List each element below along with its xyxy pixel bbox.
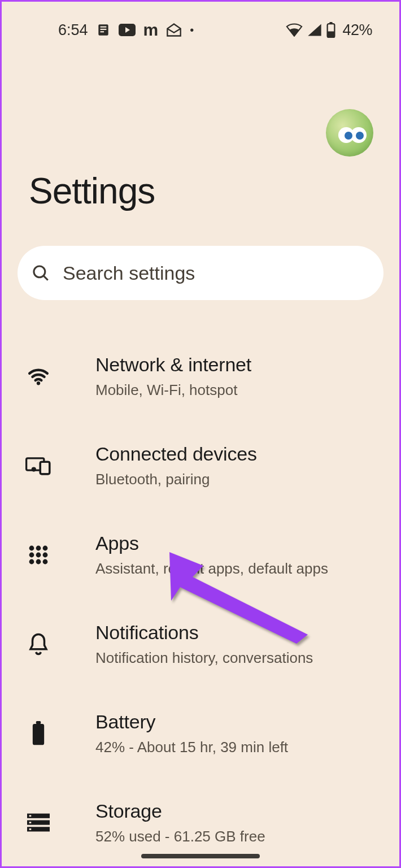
item-network-internet[interactable]: Network & internet Mobile, Wi-Fi, hotspo… xyxy=(2,332,399,421)
svg-point-14 xyxy=(32,467,36,471)
svg-point-22 xyxy=(36,559,41,565)
item-subtitle: 42% - About 15 hr, 39 min left xyxy=(95,739,288,756)
item-battery[interactable]: Battery 42% - About 15 hr, 39 min left xyxy=(2,689,399,778)
notification-feed-icon xyxy=(96,23,111,37)
svg-rect-1 xyxy=(100,27,106,28)
svg-rect-25 xyxy=(33,724,44,745)
item-title: Battery xyxy=(95,711,288,733)
item-subtitle: Assistant, recent apps, default apps xyxy=(95,560,328,578)
settings-list: Network & internet Mobile, Wi-Fi, hotspo… xyxy=(2,300,399,867)
svg-rect-27 xyxy=(29,815,32,817)
svg-point-8 xyxy=(34,266,45,277)
storage-icon xyxy=(2,813,75,833)
svg-rect-3 xyxy=(100,31,104,32)
dot-icon: • xyxy=(190,24,194,37)
battery-full-icon xyxy=(2,721,75,746)
wifi-icon xyxy=(2,367,75,386)
svg-rect-7 xyxy=(328,32,335,38)
gesture-bar[interactable] xyxy=(141,854,260,858)
svg-rect-29 xyxy=(29,822,32,823)
status-battery-text: 42% xyxy=(342,21,372,39)
svg-rect-31 xyxy=(29,828,32,830)
svg-rect-12 xyxy=(40,462,49,474)
cellular-signal-icon xyxy=(307,23,322,37)
devices-icon xyxy=(2,455,75,476)
status-time: 6:54 xyxy=(58,21,88,39)
m-icon: m xyxy=(143,21,159,38)
svg-point-20 xyxy=(43,553,48,558)
item-title: Storage xyxy=(95,800,265,822)
svg-rect-2 xyxy=(100,29,106,30)
svg-point-23 xyxy=(43,559,48,565)
item-apps[interactable]: Apps Assistant, recent apps, default app… xyxy=(2,510,399,600)
item-title: Apps xyxy=(95,532,328,554)
svg-point-21 xyxy=(29,559,34,565)
svg-point-19 xyxy=(36,553,41,558)
youtube-icon xyxy=(119,24,136,36)
item-subtitle: Mobile, Wi-Fi, hotspot xyxy=(95,381,251,399)
item-subtitle: Bluetooth, pairing xyxy=(95,471,257,488)
svg-point-15 xyxy=(29,546,34,551)
svg-point-16 xyxy=(36,546,41,551)
search-bar[interactable]: Search settings xyxy=(18,246,383,300)
wifi-icon xyxy=(286,23,303,37)
item-subtitle: Notification history, conversations xyxy=(95,649,313,667)
status-right: 42% xyxy=(286,21,372,39)
svg-line-9 xyxy=(44,276,48,280)
svg-rect-24 xyxy=(36,721,41,724)
mail-open-icon xyxy=(166,23,182,37)
status-bar: 6:54 m • 42% xyxy=(2,2,399,47)
bell-icon xyxy=(2,632,75,656)
svg-point-10 xyxy=(37,381,40,385)
battery-icon xyxy=(326,22,335,38)
svg-point-17 xyxy=(43,546,48,551)
item-connected-devices[interactable]: Connected devices Bluetooth, pairing xyxy=(2,421,399,510)
item-title: Notifications xyxy=(95,622,313,644)
search-placeholder: Search settings xyxy=(63,262,195,284)
item-subtitle: 52% used - 61.25 GB free xyxy=(95,828,265,845)
apps-grid-icon xyxy=(2,545,75,565)
item-title: Network & internet xyxy=(95,354,251,376)
svg-point-18 xyxy=(29,553,34,558)
avatar[interactable] xyxy=(326,109,373,157)
search-icon xyxy=(31,263,50,283)
status-left: 6:54 m • xyxy=(58,21,194,39)
item-notifications[interactable]: Notifications Notification history, conv… xyxy=(2,600,399,689)
item-title: Connected devices xyxy=(95,443,257,465)
